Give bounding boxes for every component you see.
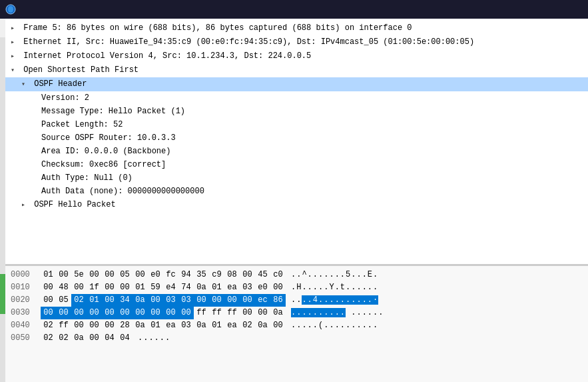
hex-byte[interactable]: 04: [117, 332, 133, 345]
expand-icon[interactable]: ▸: [11, 23, 19, 35]
hex-byte[interactable]: 00: [41, 307, 56, 319]
hex-byte[interactable]: 0a: [133, 319, 148, 332]
hex-byte[interactable]: 04: [102, 332, 117, 345]
hex-byte[interactable]: 00: [102, 294, 117, 307]
hex-byte[interactable]: c0: [270, 269, 286, 281]
hex-byte[interactable]: 01: [41, 269, 56, 281]
hex-byte[interactable]: 00: [41, 294, 56, 307]
tree-row-ip[interactable]: ▸ Internet Protocol Version 4, Src: 10.1…: [5, 49, 588, 63]
hex-byte[interactable]: 05: [117, 269, 133, 281]
hex-byte[interactable]: 00: [270, 281, 286, 294]
hex-byte[interactable]: 00: [102, 307, 117, 319]
hex-byte[interactable]: 00: [117, 281, 133, 294]
hex-byte[interactable]: 0a: [194, 281, 209, 294]
tree-row-ethernet[interactable]: ▸ Ethernet II, Src: HuaweiTe_94:35:c9 (0…: [5, 35, 588, 49]
hex-byte[interactable]: ec: [255, 294, 270, 307]
hex-byte[interactable]: 00: [41, 281, 56, 294]
hex-byte[interactable]: 00: [117, 307, 133, 319]
tree-row-version[interactable]: Version: 2: [5, 91, 588, 105]
hex-byte[interactable]: 00: [148, 307, 163, 319]
tree-row-frame[interactable]: ▸ Frame 5: 86 bytes on wire (688 bits), …: [5, 21, 588, 35]
hex-byte[interactable]: 94: [178, 269, 194, 281]
hex-byte[interactable]: ff: [194, 307, 209, 319]
hex-byte[interactable]: 00: [56, 269, 71, 281]
hex-byte[interactable]: 08: [224, 269, 240, 281]
hex-byte[interactable]: 00: [87, 307, 102, 319]
tree-row-ospf[interactable]: ▾ Open Shortest Path First: [5, 63, 588, 77]
hex-byte[interactable]: 00: [270, 319, 286, 332]
hex-byte[interactable]: 0a: [270, 307, 286, 319]
expand-icon[interactable]: ▸: [11, 51, 19, 63]
hex-byte[interactable]: 00: [133, 307, 148, 319]
hex-byte[interactable]: 00: [71, 319, 87, 332]
hex-byte[interactable]: 00: [163, 307, 178, 319]
hex-byte[interactable]: 00: [102, 281, 117, 294]
hex-byte[interactable]: 00: [194, 294, 209, 307]
hex-byte[interactable]: 03: [178, 294, 194, 307]
hex-byte[interactable]: ff: [56, 319, 71, 332]
tree-row-packet-length[interactable]: Packet Length: 52: [5, 118, 588, 131]
tree-row-ospf-hello[interactable]: ▸ OSPF Hello Packet: [5, 198, 588, 212]
hex-byte[interactable]: fc: [163, 269, 178, 281]
hex-byte[interactable]: 48: [56, 281, 71, 294]
hex-byte[interactable]: 01: [209, 281, 224, 294]
hex-byte[interactable]: 00: [255, 307, 270, 319]
hex-byte[interactable]: c9: [209, 269, 224, 281]
hex-byte[interactable]: 01: [209, 319, 224, 332]
hex-byte[interactable]: 0a: [71, 332, 87, 345]
hex-byte[interactable]: 02: [41, 319, 56, 332]
hex-byte[interactable]: 01: [87, 294, 102, 307]
hex-byte[interactable]: 02: [56, 332, 71, 345]
hex-byte[interactable]: 00: [240, 307, 255, 319]
hex-byte[interactable]: 0a: [194, 319, 209, 332]
hex-byte[interactable]: 00: [102, 269, 117, 281]
hex-byte[interactable]: 0a: [133, 294, 148, 307]
hex-byte[interactable]: 00: [240, 294, 255, 307]
hex-byte[interactable]: 00: [56, 307, 71, 319]
hex-byte[interactable]: 00: [209, 294, 224, 307]
hex-byte[interactable]: 05: [56, 294, 71, 307]
hex-byte[interactable]: 00: [178, 307, 194, 319]
hex-byte[interactable]: 02: [41, 332, 56, 345]
tree-row-checksum[interactable]: Checksum: 0xec86 [correct]: [5, 158, 588, 171]
hex-byte[interactable]: ea: [224, 281, 240, 294]
hex-byte[interactable]: 01: [148, 319, 163, 332]
hex-byte[interactable]: 35: [194, 269, 209, 281]
hex-byte[interactable]: 00: [102, 319, 117, 332]
hex-byte[interactable]: 00: [87, 332, 102, 345]
hex-byte[interactable]: 02: [71, 294, 87, 307]
expand-icon[interactable]: ▾: [11, 65, 19, 77]
hex-byte[interactable]: 03: [178, 319, 194, 332]
hex-byte[interactable]: e0: [148, 269, 163, 281]
hex-byte[interactable]: 00: [87, 269, 102, 281]
hex-byte[interactable]: 00: [71, 307, 87, 319]
expand-icon[interactable]: ▾: [21, 79, 29, 91]
hex-byte[interactable]: ff: [209, 307, 224, 319]
hex-byte[interactable]: 02: [240, 319, 255, 332]
hex-byte[interactable]: 03: [163, 294, 178, 307]
hex-byte[interactable]: 0a: [255, 319, 270, 332]
expand-icon[interactable]: ▸: [21, 199, 29, 211]
hex-byte[interactable]: 34: [117, 294, 133, 307]
tree-row-message-type[interactable]: Message Type: Hello Packet (1): [5, 105, 588, 118]
hex-byte[interactable]: 74: [178, 281, 194, 294]
hex-byte[interactable]: 28: [117, 319, 133, 332]
hex-byte[interactable]: 59: [148, 281, 163, 294]
tree-row-ospf-header[interactable]: ▾ OSPF Header: [5, 77, 588, 91]
hex-byte[interactable]: ff: [224, 307, 240, 319]
hex-byte[interactable]: 00: [224, 294, 240, 307]
tree-row-auth-data[interactable]: Auth Data (none): 0000000000000000: [5, 185, 588, 198]
tree-row-area-id[interactable]: Area ID: 0.0.0.0 (Backbone): [5, 145, 588, 158]
hex-byte[interactable]: 86: [270, 294, 286, 307]
hex-byte[interactable]: 01: [133, 281, 148, 294]
hex-byte[interactable]: 00: [71, 281, 87, 294]
hex-byte[interactable]: 03: [240, 281, 255, 294]
hex-byte[interactable]: 00: [240, 269, 255, 281]
tree-row-source-ospf[interactable]: Source OSPF Router: 10.0.3.3: [5, 131, 588, 145]
hex-byte[interactable]: 00: [148, 294, 163, 307]
hex-byte[interactable]: e4: [163, 281, 178, 294]
expand-icon[interactable]: ▸: [11, 37, 19, 49]
hex-byte[interactable]: 1f: [87, 281, 102, 294]
hex-byte[interactable]: ea: [224, 319, 240, 332]
hex-byte[interactable]: ea: [163, 319, 178, 332]
